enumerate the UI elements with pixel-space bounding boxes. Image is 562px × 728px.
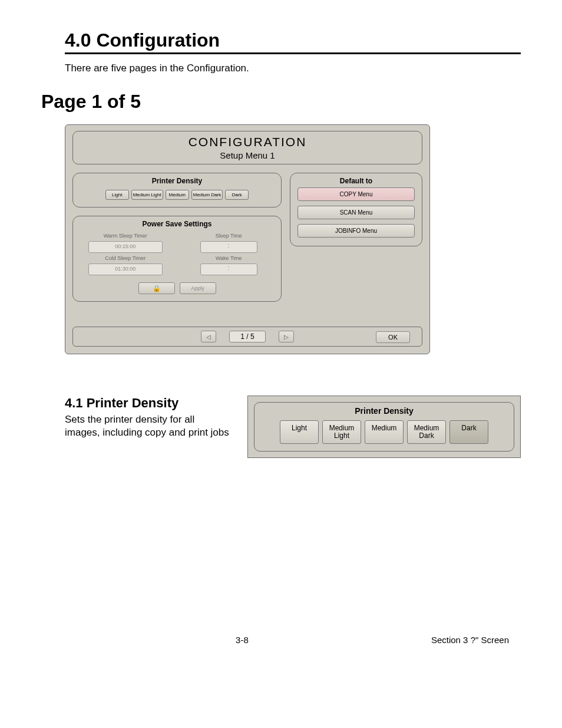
subsection-heading: 4.1 Printer Density bbox=[65, 396, 230, 411]
lock-button[interactable]: 🔒 bbox=[138, 282, 175, 294]
subsection-text: Sets the printer density for all images,… bbox=[65, 413, 230, 439]
btn-line: Light bbox=[292, 424, 307, 432]
density-dark-button[interactable]: Dark bbox=[225, 190, 249, 200]
detail-medium-button[interactable]: Medium bbox=[365, 420, 404, 444]
page-heading: Page 1 of 5 bbox=[41, 91, 521, 113]
btn-line: Medium bbox=[372, 424, 397, 432]
btn-line: Dark bbox=[419, 431, 434, 440]
pager-bar: ◁ 1 / 5 ▷ OK bbox=[72, 327, 422, 347]
cold-sleep-label: Cold Sleep Timer bbox=[82, 255, 168, 261]
wake-time-label: Wake Time bbox=[186, 255, 272, 261]
printer-density-title: Printer Density bbox=[73, 177, 281, 185]
cold-sleep-value[interactable]: 01:30:00 bbox=[88, 263, 163, 275]
density-medium-light-button[interactable]: Medium Light bbox=[131, 190, 163, 200]
detail-medium-light-button[interactable]: Medium Light bbox=[322, 420, 361, 444]
footer-section: Section 3 ?" Screen bbox=[431, 635, 509, 645]
apply-button[interactable]: Apply bbox=[180, 282, 216, 294]
btn-line: Dark bbox=[461, 424, 476, 432]
prev-page-button[interactable]: ◁ bbox=[201, 331, 216, 342]
panel-subtitle: Setup Menu 1 bbox=[73, 150, 422, 160]
panel-title-block: CONFIGURATION Setup Menu 1 bbox=[72, 131, 422, 164]
wake-time-field[interactable] bbox=[200, 263, 258, 275]
btn-line: Light bbox=[334, 431, 349, 440]
ok-button[interactable]: OK bbox=[376, 331, 410, 343]
detail-medium-dark-button[interactable]: Medium Dark bbox=[407, 420, 446, 444]
density-light-button[interactable]: Light bbox=[105, 190, 129, 200]
printer-density-detail-panel: Printer Density Light Medium Light Mediu… bbox=[247, 396, 521, 458]
detail-dark-button[interactable]: Dark bbox=[449, 420, 488, 444]
next-page-button[interactable]: ▷ bbox=[279, 331, 294, 342]
footer-page-number: 3-8 bbox=[53, 635, 431, 645]
power-save-title: Power Save Settings bbox=[73, 220, 281, 228]
warm-sleep-value[interactable]: 00:15:00 bbox=[88, 241, 163, 253]
sleep-time-label: Sleep Time bbox=[186, 233, 272, 239]
btn-line: Medium bbox=[414, 424, 439, 432]
power-save-group: Power Save Settings Warm Sleep Timer Sle… bbox=[72, 216, 282, 302]
page-indicator: 1 / 5 bbox=[229, 331, 265, 342]
jobinfo-menu-button[interactable]: JOBINFO Menu bbox=[297, 224, 415, 238]
printer-density-group: Printer Density Light Medium Light Mediu… bbox=[72, 173, 282, 207]
scan-menu-button[interactable]: SCAN Menu bbox=[297, 206, 415, 219]
default-to-title: Default to bbox=[290, 177, 422, 185]
panel-title: CONFIGURATION bbox=[73, 135, 422, 149]
intro-text: There are five pages in the Configuratio… bbox=[65, 62, 521, 74]
btn-line: Medium bbox=[329, 424, 355, 432]
warm-sleep-label: Warm Sleep Timer bbox=[82, 233, 168, 239]
configuration-panel: CONFIGURATION Setup Menu 1 Printer Densi… bbox=[65, 124, 430, 354]
page-footer: 3-8 Section 3 ?" Screen bbox=[41, 635, 521, 645]
sleep-time-field[interactable] bbox=[200, 241, 258, 253]
printer-density-detail-title: Printer Density bbox=[260, 406, 508, 416]
lock-icon: 🔒 bbox=[153, 285, 161, 292]
density-medium-button[interactable]: Medium bbox=[166, 190, 189, 200]
detail-light-button[interactable]: Light bbox=[280, 420, 319, 444]
default-to-group: Default to COPY Menu SCAN Menu JOBINFO M… bbox=[290, 173, 422, 246]
density-medium-dark-button[interactable]: Medium Dark bbox=[191, 190, 223, 200]
section-heading: 4.0 Configuration bbox=[65, 29, 521, 54]
copy-menu-button[interactable]: COPY Menu bbox=[297, 187, 415, 201]
